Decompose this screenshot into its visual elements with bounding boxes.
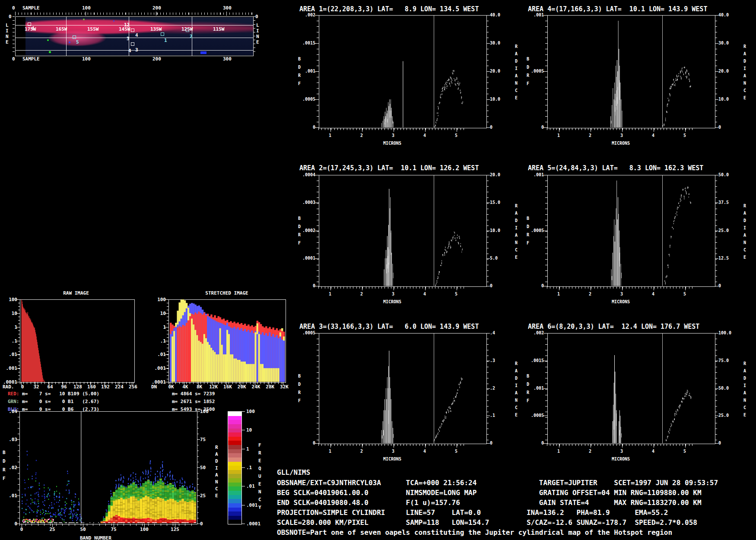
colorbar-segment [228, 520, 241, 524]
y-major-tick [543, 361, 547, 361]
freq-tick-label: 1 [149, 325, 166, 330]
micron-tick-label: 4 [652, 133, 654, 138]
micron-tick-label: 2 [360, 449, 363, 454]
micron-tick-label: 5 [683, 292, 686, 296]
y-major-tick [315, 203, 319, 203]
bdrf-tick-label: .0005 [525, 413, 544, 418]
radiance-tick-label: 20.0 [718, 69, 729, 73]
band-stats-values: m= 7 s= 10 B109 (5.00) [19, 391, 99, 397]
x-major-tick [622, 128, 623, 132]
x-major-tick [685, 128, 686, 132]
x-major-tick [330, 444, 331, 448]
x-major-tick [457, 128, 457, 132]
band-stats-line: RED: m= 7 s= 10 B109 (5.00) [8, 391, 99, 396]
colorbar-segment [228, 429, 241, 433]
dn-tick-label: 224 [114, 384, 125, 389]
sample-major-tick [86, 12, 86, 16]
colorbar-tick [242, 524, 245, 524]
x-major-tick [198, 382, 199, 385]
y-major-tick [165, 354, 168, 355]
y-major-tick [165, 299, 168, 300]
band-tick-label: 50 [78, 527, 88, 532]
x-major-tick [685, 444, 686, 448]
raw-image-title: RAW IMAGE [41, 291, 111, 295]
colorbar-segment [228, 466, 241, 470]
x-major-tick [362, 444, 362, 448]
bdrf-axis-label: BDRF [298, 372, 301, 405]
x-major-tick [457, 444, 457, 448]
micron-tick-label: 5 [455, 292, 457, 296]
radiance-tick-label: 30.0 [490, 41, 500, 45]
sample-major-tick [226, 12, 227, 16]
x-major-tick [394, 444, 394, 448]
bdrf-tick-label: .001 [525, 13, 544, 17]
radiance-tick-label: 25.0 [718, 413, 729, 418]
map-speckle [113, 20, 114, 22]
info-line: SCALE=280.000 KM/PIXEL SAMP=118 LON=154.… [277, 518, 718, 527]
area-plot-title: AREA 2=(17,245,3,3) LAT= 10.1 LON= 126.2… [299, 165, 488, 172]
x-major-tick [330, 128, 331, 132]
micron-tick-label: 5 [455, 133, 457, 138]
sample-tick-label: 100 [82, 57, 91, 61]
radiance-tick-label: 50 [200, 465, 206, 470]
y-major-tick [16, 341, 20, 341]
x-major-tick [49, 382, 49, 385]
map-area-number: 1 [164, 38, 167, 43]
spectrum-data [547, 333, 715, 443]
y-major-tick [543, 15, 547, 16]
freq-tick-label: .001 [149, 366, 166, 371]
band-stats-line: GRN: m= 0 s= 0 B1 (2.67) [8, 399, 99, 404]
band-number-axis-label: BAND NUMBER [80, 536, 111, 540]
y-axis-ticks [18, 411, 19, 524]
y-major-tick [16, 382, 20, 382]
map-longitude-label: 155W [87, 27, 99, 32]
bdrf-axis-label: BDRF [527, 372, 529, 405]
dn-tick-label: 4K [180, 384, 191, 389]
spectrum-data [547, 175, 715, 286]
r-major-tick [486, 388, 490, 389]
x-major-tick [685, 286, 686, 290]
micron-tick-label: 3 [392, 133, 394, 138]
micron-tick-label: 2 [360, 133, 363, 138]
r-major-tick [715, 175, 718, 175]
map-area-number: 12 [124, 22, 130, 27]
x-major-tick [22, 524, 22, 527]
y-major-tick [165, 382, 168, 382]
bdrf-tick-label: .0003 [296, 200, 315, 205]
info-line: OBSNOTE=Part one of seven oapels constit… [277, 527, 718, 537]
micron-tick-label: 1 [557, 449, 560, 454]
x-axis-ticks [318, 444, 466, 446]
radiance-tick-label: 0 [718, 284, 721, 288]
bdrf-tick-label: 0 [6, 521, 17, 526]
colorbar-segment [228, 420, 241, 424]
line-axis-label: LINE [6, 22, 9, 45]
y-major-tick [16, 327, 20, 327]
colorbar-segment [228, 412, 241, 416]
sample-tick-label: 200 [152, 57, 161, 61]
sample-tick-label: 200 [152, 6, 161, 10]
y-major-tick [315, 15, 319, 16]
radiance-tick-label: .1 [490, 413, 495, 418]
radiance-axis-label: RADIANCE [743, 43, 746, 102]
area-plot-title: AREA 4=(17,166,3,3) LAT= 10.1 LON= 143.9… [528, 6, 717, 13]
freq-tick-label: 10 [149, 311, 166, 316]
bdrf-tick-label: .001 [525, 173, 544, 177]
radiance-tick-label: 0 [490, 441, 492, 445]
radiance-tick-label: .4 [490, 331, 495, 335]
band-stats-values: m= 0 s= 0 B1 (2.67) [19, 399, 99, 404]
map-area-number: 5 [76, 40, 79, 44]
x-major-tick [425, 128, 426, 132]
spectrum-data [319, 15, 486, 127]
map-area-square [161, 32, 164, 36]
map-area-square [28, 22, 31, 26]
bdrf-tick-label: 0 [525, 441, 544, 445]
radiance-tick-label: 0 [490, 125, 492, 130]
r-major-tick [715, 231, 718, 231]
radiance-tick-label: 20.0 [490, 69, 500, 73]
sample-tick-label: 0 [12, 57, 15, 61]
x-major-tick [118, 382, 118, 385]
dn-tick-label: 256 [127, 384, 139, 389]
r-major-tick [486, 99, 490, 100]
r-major-tick [486, 333, 490, 334]
colorbar-tick [242, 486, 245, 486]
